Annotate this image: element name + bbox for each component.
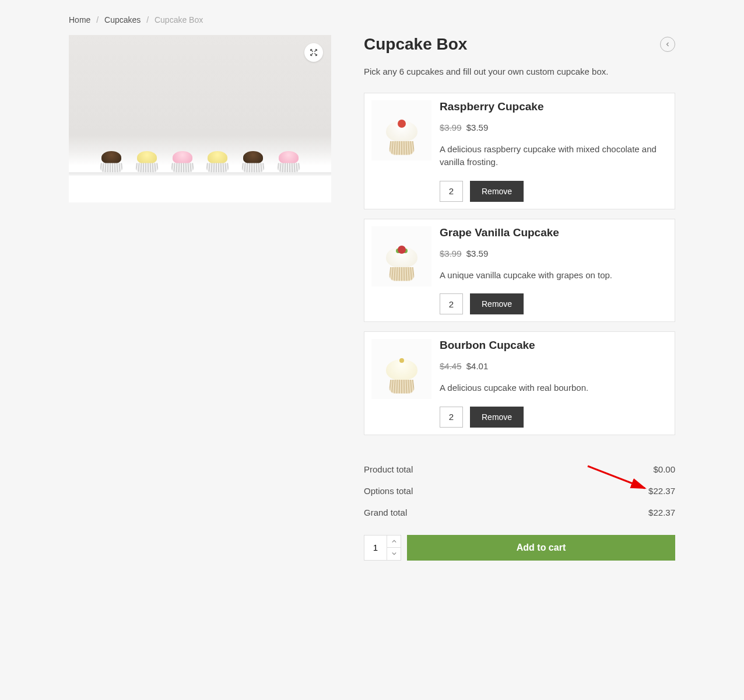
option-price-old: $4.45 (440, 361, 462, 371)
breadcrumb-category[interactable]: Cupcakes (104, 15, 141, 24)
option-price-new: $3.59 (466, 249, 489, 258)
options-total-value: $22.37 (648, 486, 675, 496)
breadcrumb-home[interactable]: Home (69, 15, 90, 24)
breadcrumb: Home / Cupcakes / Cupcake Box (69, 12, 675, 35)
product-image[interactable] (69, 35, 331, 202)
option-description: A delicious raspberry cupcake with mixed… (440, 143, 668, 169)
option-price-new: $3.59 (466, 123, 489, 132)
zoom-icon[interactable] (304, 43, 323, 62)
breadcrumb-current: Cupcake Box (155, 15, 203, 24)
option-description: A unique vanilla cupcake with grapes on … (440, 269, 668, 282)
remove-button[interactable]: Remove (470, 293, 524, 314)
remove-button[interactable]: Remove (470, 181, 524, 202)
add-to-cart-button[interactable]: Add to cart (407, 535, 675, 561)
option-thumbnail[interactable] (371, 339, 431, 399)
option-card: Raspberry Cupcake $3.99 $3.59 A deliciou… (364, 93, 675, 209)
product-description: Pick any 6 cupcakes and fill out your ow… (364, 65, 675, 79)
grand-total-label: Grand total (364, 508, 407, 517)
breadcrumb-separator: / (143, 15, 152, 24)
cart-quantity-input[interactable] (364, 535, 387, 561)
option-price-new: $4.01 (466, 361, 489, 371)
product-total-value: $0.00 (653, 464, 675, 474)
option-quantity-input[interactable] (440, 293, 463, 314)
product-total-label: Product total (364, 464, 413, 474)
option-description: A delicious cupcake with real bourbon. (440, 382, 668, 395)
previous-product-button[interactable] (660, 37, 675, 52)
option-name: Bourbon Cupcake (440, 339, 668, 352)
totals: Product total $0.00 Options total $22.37… (364, 459, 675, 523)
product-title: Cupcake Box (364, 35, 467, 54)
breadcrumb-separator: / (93, 15, 102, 24)
option-quantity-input[interactable] (440, 407, 463, 428)
option-card: Grape Vanilla Cupcake $3.99 $3.59 A uniq… (364, 219, 675, 323)
quantity-decrease-button[interactable] (387, 548, 401, 560)
grand-total-value: $22.37 (648, 508, 675, 517)
option-price-old: $3.99 (440, 123, 462, 132)
option-card: Bourbon Cupcake $4.45 $4.01 A delicious … (364, 331, 675, 435)
option-name: Grape Vanilla Cupcake (440, 226, 668, 239)
option-quantity-input[interactable] (440, 181, 463, 202)
quantity-increase-button[interactable] (387, 536, 401, 548)
remove-button[interactable]: Remove (470, 407, 524, 428)
option-thumbnail[interactable] (371, 100, 431, 160)
options-total-label: Options total (364, 486, 413, 496)
option-name: Raspberry Cupcake (440, 100, 668, 113)
option-price-old: $3.99 (440, 249, 462, 258)
option-thumbnail[interactable] (371, 226, 431, 286)
product-gallery (69, 35, 331, 561)
